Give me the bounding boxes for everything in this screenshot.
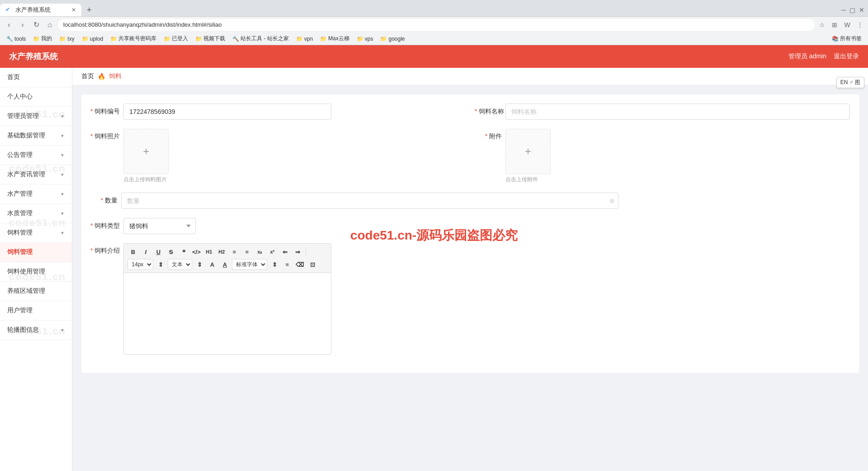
text-bg-color-button[interactable]: A bbox=[219, 259, 230, 270]
strikethrough-button[interactable]: S bbox=[165, 246, 176, 257]
breadcrumb: 首页 🔥 饲料 bbox=[72, 68, 868, 85]
sidebar-item-aqua-mgmt[interactable]: 水产管理 ▼ bbox=[0, 184, 72, 204]
bookmark-login[interactable]: 📁已登入 bbox=[161, 34, 191, 43]
maximize-button[interactable]: ▢ bbox=[849, 6, 855, 14]
feed-number-label: 饲料编号 bbox=[90, 108, 120, 116]
feed-number-input[interactable] bbox=[123, 104, 331, 120]
sidebar-item-basic-data[interactable]: 基础数据管理 ▼ bbox=[0, 126, 72, 146]
new-tab-button[interactable]: + bbox=[81, 4, 97, 16]
all-bookmarks[interactable]: 📚所有书签 bbox=[829, 34, 864, 43]
form-container: 饲料编号 饲料名称 饲料照片 bbox=[72, 85, 868, 382]
back-button[interactable]: ‹ bbox=[4, 19, 14, 30]
feed-type-field: 饲料类型 猪饲料 鱼饲料 虾饲料 蟹饲料 其他 bbox=[90, 218, 850, 234]
sidebar-item-feed-mgmt-parent[interactable]: 饲料管理 ▼ bbox=[0, 223, 72, 243]
feed-name-label: 饲料名称 bbox=[475, 108, 502, 116]
minimize-button[interactable]: ─ bbox=[841, 6, 846, 14]
form-row-1: 饲料编号 饲料名称 bbox=[90, 104, 850, 120]
chevron-icon: ▼ bbox=[60, 231, 65, 236]
bookmark-uplod[interactable]: 📁uplod bbox=[79, 35, 106, 43]
font-family-arrow[interactable]: ⇕ bbox=[194, 259, 205, 270]
font-family-select[interactable]: 文本 bbox=[168, 259, 192, 270]
quantity-clear-icon[interactable]: ⊗ bbox=[609, 197, 615, 204]
sidebar-item-carousel[interactable]: 轮播图信息 ▼ bbox=[0, 320, 72, 340]
upload-plus-icon: + bbox=[143, 145, 149, 158]
browser-tab-active[interactable]: ✔ 水产养殖系统 ✕ bbox=[0, 4, 81, 16]
code-button[interactable]: </> bbox=[191, 246, 202, 257]
bookmark-star-icon[interactable]: ☆ bbox=[817, 20, 826, 29]
editor-body[interactable] bbox=[124, 273, 331, 354]
indent-left-button[interactable]: ⇐ bbox=[279, 246, 290, 257]
breadcrumb-separator: 🔥 bbox=[98, 73, 105, 80]
feed-name-input[interactable] bbox=[505, 104, 850, 120]
bookmark-my[interactable]: 📁我的 bbox=[30, 34, 55, 43]
breadcrumb-home[interactable]: 首页 bbox=[81, 72, 94, 80]
sidebar-item-water-quality[interactable]: 水质管理 ▼ bbox=[0, 204, 72, 223]
sidebar-item-feed-mgmt[interactable]: 饲料管理 bbox=[0, 243, 72, 262]
bookmark-txy[interactable]: 📁txy bbox=[57, 35, 77, 43]
attachment-plus-icon: + bbox=[525, 145, 531, 158]
feed-intro-field: 饲料介绍 B I U S ❝ </> H1 bbox=[90, 243, 850, 355]
chevron-icon: ▼ bbox=[60, 133, 65, 138]
h1-button[interactable]: H1 bbox=[203, 246, 214, 257]
sidebar-item-breeding-zone[interactable]: 养殖区域管理 bbox=[0, 282, 72, 301]
font-face-select[interactable]: 标准字体 bbox=[232, 259, 267, 270]
feed-type-select[interactable]: 猪饲料 鱼饲料 虾饲料 蟹饲料 其他 bbox=[123, 218, 196, 234]
italic-button[interactable]: I bbox=[140, 246, 151, 257]
tab-close-button[interactable]: ✕ bbox=[71, 7, 76, 13]
bookmark-google[interactable]: 📁google bbox=[377, 35, 407, 43]
editor-toolbar: B I U S ❝ </> H1 H2 ≡ bbox=[124, 244, 331, 273]
chevron-icon: ▼ bbox=[60, 211, 65, 216]
text-color-button[interactable]: A bbox=[207, 259, 217, 270]
reload-button[interactable]: ↻ bbox=[31, 19, 42, 30]
profile-icon[interactable]: W bbox=[843, 20, 852, 29]
bold-button[interactable]: B bbox=[127, 246, 138, 257]
en-language-button[interactable]: EN ♂ 图 bbox=[836, 77, 864, 88]
address-input[interactable] bbox=[58, 19, 815, 31]
sidebar-item-aqua-news[interactable]: 水产资讯管理 ▼ bbox=[0, 165, 72, 184]
insert-table-button[interactable]: ⊡ bbox=[307, 259, 318, 270]
feed-photo-upload[interactable]: + bbox=[123, 129, 169, 174]
underline-button[interactable]: U bbox=[153, 246, 164, 257]
superscript-button[interactable]: x² bbox=[267, 246, 278, 257]
bookmark-tools[interactable]: 🔧tools bbox=[4, 35, 28, 43]
window-close-button[interactable]: ✕ bbox=[859, 6, 864, 14]
form-row-4: 饲料类型 猪饲料 鱼饲料 虾饲料 蟹饲料 其他 bbox=[90, 218, 850, 234]
align-button[interactable]: ≡ bbox=[282, 259, 292, 270]
bookmark-vpn[interactable]: 📁vpn bbox=[293, 35, 316, 43]
menu-icon[interactable]: ⋮ bbox=[855, 20, 864, 29]
logout-button[interactable]: 退出登录 bbox=[834, 52, 859, 61]
sidebar-item-personal[interactable]: 个人中心 bbox=[0, 87, 72, 107]
font-size-arrow[interactable]: ⇕ bbox=[155, 259, 166, 270]
chevron-icon: ▼ bbox=[60, 172, 65, 177]
extension-icon[interactable]: ⊞ bbox=[830, 20, 839, 29]
quantity-label: 数量 bbox=[90, 197, 118, 205]
attachment-upload[interactable]: + bbox=[505, 129, 551, 174]
sidebar-item-admin-mgmt[interactable]: 管理员管理 ▼ bbox=[0, 107, 72, 126]
bookmark-video[interactable]: 📁视频下载 bbox=[193, 34, 228, 43]
toolbar-sep-1 bbox=[306, 248, 306, 256]
blockquote-button[interactable]: ❝ bbox=[178, 246, 189, 257]
sidebar-item-feed-usage[interactable]: 饲料使用管理 bbox=[0, 262, 72, 282]
quantity-field: 数量 ⊗ bbox=[90, 193, 850, 209]
app-header: 水产养殖系统 管理员 admin 退出登录 bbox=[0, 45, 868, 68]
bookmark-maxyunti[interactable]: 📁Max云梯 bbox=[317, 34, 352, 43]
chevron-icon: ▼ bbox=[60, 192, 65, 197]
sidebar-item-home[interactable]: 首页 bbox=[0, 68, 72, 87]
quantity-input[interactable] bbox=[121, 193, 618, 209]
clear-format-button[interactable]: ⌫ bbox=[294, 259, 305, 270]
indent-right-button[interactable]: ⇒ bbox=[292, 246, 303, 257]
font-size-select[interactable]: 14px12px16px18px24px bbox=[127, 259, 153, 270]
unordered-list-button[interactable]: ≡ bbox=[241, 246, 252, 257]
home-button[interactable]: ⌂ bbox=[44, 19, 55, 30]
ordered-list-button[interactable]: ≡ bbox=[229, 246, 240, 257]
sidebar-item-user-mgmt[interactable]: 用户管理 bbox=[0, 301, 72, 320]
sidebar-item-announcement[interactable]: 公告管理 ▼ bbox=[0, 146, 72, 165]
bookmark-vps[interactable]: 📁vps bbox=[354, 35, 376, 43]
h2-button[interactable]: H2 bbox=[216, 246, 227, 257]
bookmark-tools2[interactable]: 🔨站长工具 - 站长之家 bbox=[230, 34, 292, 43]
chevron-icon: ▼ bbox=[60, 114, 65, 119]
font-face-arrow[interactable]: ⇕ bbox=[269, 259, 280, 270]
forward-button[interactable]: › bbox=[17, 19, 28, 30]
bookmark-shared-pwd[interactable]: 📁共享账号密码库 bbox=[108, 34, 159, 43]
subscript-button[interactable]: x₂ bbox=[254, 246, 265, 257]
